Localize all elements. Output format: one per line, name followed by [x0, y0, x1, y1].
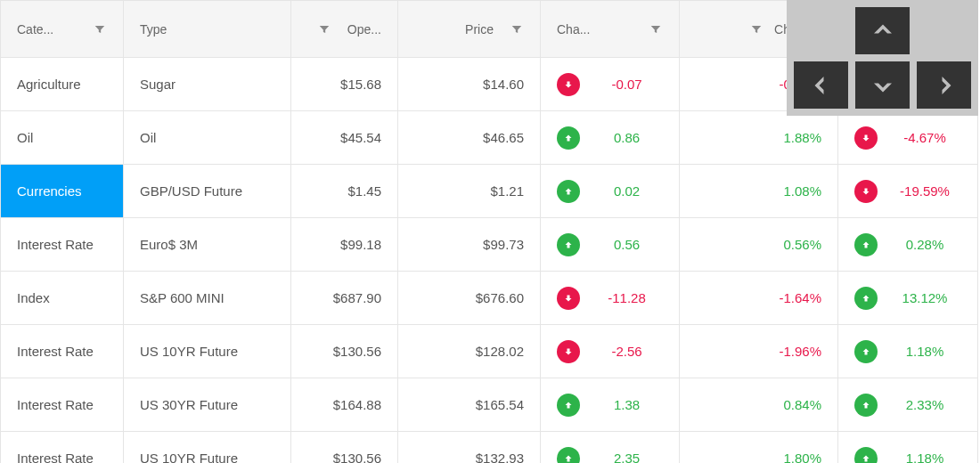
cell-category[interactable]: Agriculture [1, 58, 124, 110]
cell-change[interactable]: 0.02 [541, 165, 680, 217]
cell-type[interactable]: Sugar [124, 58, 291, 110]
cell-category[interactable]: Interest Rate [1, 325, 124, 378]
ytd-value: 13.12% [888, 290, 961, 305]
cell-change[interactable]: -2.56 [541, 325, 680, 378]
cell-change-pct[interactable]: -1.64% [680, 272, 838, 324]
change-pct-value: -1.64% [696, 290, 821, 305]
arrow-up-icon [854, 340, 878, 363]
cell-ytd[interactable]: 1.18% [838, 432, 977, 463]
arrow-down-icon [557, 287, 580, 310]
cell-category[interactable]: Index [1, 272, 124, 324]
cell-price[interactable]: $46.65 [398, 111, 541, 164]
table-row[interactable]: OilOil$45.54$46.650.861.88%-4.67% [1, 111, 977, 165]
nav-right-button[interactable] [917, 61, 971, 109]
cell-ytd[interactable]: 1.18% [838, 325, 977, 378]
arrow-up-icon [854, 233, 878, 256]
cell-ytd[interactable]: 13.12% [838, 272, 977, 324]
column-header-category[interactable]: Cate... [1, 1, 124, 57]
cell-text: GBP/USD Future [140, 183, 242, 199]
cell-type[interactable]: GBP/USD Future [124, 165, 291, 217]
cell-open[interactable]: $164.88 [291, 378, 398, 431]
cell-change-pct[interactable]: 0.56% [680, 218, 838, 271]
table-row[interactable]: IndexS&P 600 MINI$687.90$676.60-11.28-1.… [1, 272, 977, 325]
table-row[interactable]: Interest RateEuro$ 3M$99.18$99.730.560.5… [1, 218, 977, 272]
cell-open[interactable]: $130.56 [291, 432, 398, 463]
nav-down-button[interactable] [855, 61, 910, 109]
filter-icon[interactable] [510, 22, 524, 37]
filter-icon[interactable] [649, 22, 663, 37]
cell-price[interactable]: $99.73 [398, 218, 541, 271]
cell-open[interactable]: $687.90 [291, 272, 398, 324]
cell-change[interactable]: 0.86 [541, 111, 680, 164]
filter-icon[interactable] [317, 22, 331, 37]
arrow-up-icon [557, 233, 580, 256]
cell-text: US 10YR Future [140, 344, 238, 359]
cell-change-pct[interactable]: -1.96% [680, 325, 838, 378]
table-row[interactable]: Interest RateUS 10YR Future$130.56$128.0… [1, 325, 977, 378]
arrow-down-icon [854, 126, 878, 150]
cell-open[interactable]: $130.56 [291, 325, 398, 378]
cell-ytd[interactable]: -4.67% [838, 111, 977, 164]
cell-text: $45.54 [307, 130, 381, 145]
cell-category[interactable]: Interest Rate [1, 432, 124, 463]
cell-ytd[interactable]: 0.28% [838, 218, 977, 271]
cell-change-pct[interactable]: 1.08% [680, 165, 838, 217]
nav-left-button[interactable] [794, 61, 848, 109]
cell-type[interactable]: S&P 600 MINI [124, 272, 291, 324]
cell-change-pct[interactable]: 0.84% [680, 378, 838, 431]
cell-ytd[interactable]: -19.59% [838, 165, 977, 217]
cell-ytd[interactable]: 2.33% [838, 378, 977, 431]
cell-category[interactable]: Currencies [1, 165, 124, 217]
cell-price[interactable]: $132.93 [398, 432, 541, 463]
cell-price[interactable]: $676.60 [398, 272, 541, 324]
cell-text: Euro$ 3M [140, 237, 198, 252]
cell-open[interactable]: $15.68 [291, 58, 398, 110]
cell-open[interactable]: $99.18 [291, 218, 398, 271]
cell-open[interactable]: $1.45 [291, 165, 398, 217]
column-header-type[interactable]: Type [124, 1, 291, 57]
cell-open[interactable]: $45.54 [291, 111, 398, 164]
cell-category[interactable]: Interest Rate [1, 378, 124, 431]
cell-text: $99.18 [307, 237, 381, 252]
cell-type[interactable]: US 10YR Future [124, 325, 291, 378]
change-pct-value: 0.56% [696, 237, 821, 252]
cell-change-pct[interactable]: 1.80% [680, 432, 838, 463]
column-header-price[interactable]: Price [398, 1, 541, 57]
ytd-value: 0.28% [888, 237, 961, 252]
cell-price[interactable]: $128.02 [398, 325, 541, 378]
cell-price[interactable]: $14.60 [398, 58, 541, 110]
filter-icon[interactable] [749, 22, 764, 37]
cell-text: $14.60 [414, 77, 524, 92]
change-pct-value: -1.96% [696, 344, 821, 359]
table-row[interactable]: Interest RateUS 10YR Future$130.56$132.9… [1, 432, 977, 463]
change-value: 0.56 [591, 237, 663, 252]
cell-change[interactable]: -0.07 [541, 58, 680, 110]
cell-type[interactable]: US 10YR Future [124, 432, 291, 463]
nav-up-button[interactable] [855, 7, 910, 54]
cell-text: US 30YR Future [140, 397, 238, 412]
column-label: Type [140, 22, 274, 37]
filter-icon[interactable] [93, 22, 107, 37]
cell-price[interactable]: $1.21 [398, 165, 541, 217]
cell-category[interactable]: Interest Rate [1, 218, 124, 271]
cell-text: $687.90 [307, 290, 381, 305]
cell-text: Oil [140, 130, 156, 145]
column-header-change[interactable]: Cha... [541, 1, 680, 57]
cell-price[interactable]: $165.54 [398, 378, 541, 431]
cell-type[interactable]: Euro$ 3M [124, 218, 291, 271]
cell-change-pct[interactable]: 1.88% [680, 111, 838, 164]
cell-change[interactable]: -11.28 [541, 272, 680, 324]
arrow-up-icon [854, 447, 878, 464]
cell-change[interactable]: 2.35 [541, 432, 680, 463]
table-row[interactable]: CurrenciesGBP/USD Future$1.45$1.210.021.… [1, 165, 977, 218]
cell-text: $128.02 [414, 344, 524, 359]
cell-change[interactable]: 1.38 [541, 378, 680, 431]
table-row[interactable]: Interest RateUS 30YR Future$164.88$165.5… [1, 378, 977, 432]
cell-type[interactable]: Oil [124, 111, 291, 164]
cell-category[interactable]: Oil [1, 111, 124, 164]
column-header-open[interactable]: Ope... [291, 1, 398, 57]
cell-type[interactable]: US 30YR Future [124, 378, 291, 431]
cell-text: $99.73 [414, 237, 524, 252]
cell-change[interactable]: 0.56 [541, 218, 680, 271]
change-value: 2.35 [591, 451, 663, 463]
